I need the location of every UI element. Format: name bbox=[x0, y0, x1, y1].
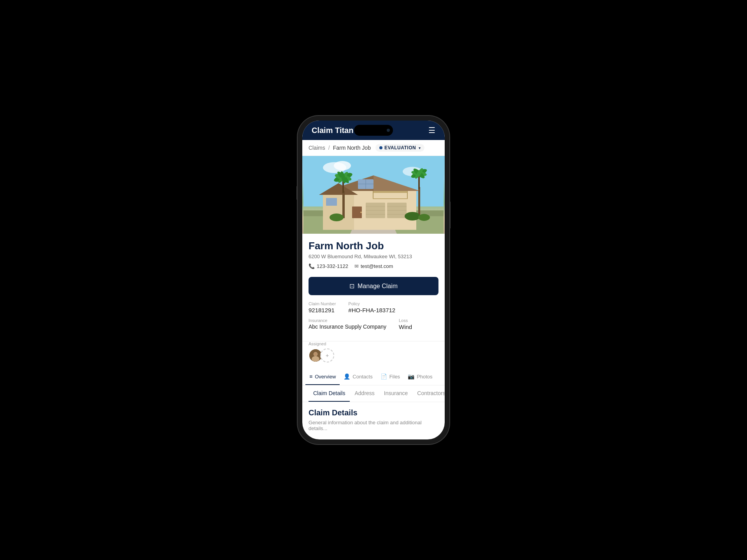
manage-claim-icon: ⊡ bbox=[349, 282, 354, 290]
overview-icon: ≡ bbox=[309, 373, 312, 380]
hamburger-icon[interactable]: ☰ bbox=[428, 126, 435, 135]
camera-dot bbox=[387, 129, 390, 132]
svg-point-41 bbox=[418, 214, 430, 221]
tab-files-label: Files bbox=[389, 374, 400, 380]
section-title: Claim Details bbox=[309, 408, 438, 417]
subtab-claim-details-label: Claim Details bbox=[313, 390, 345, 396]
loss-item: Loss Wind bbox=[399, 318, 412, 330]
svg-rect-43 bbox=[373, 191, 374, 199]
svg-point-49 bbox=[314, 352, 317, 356]
manage-claim-label: Manage Claim bbox=[358, 283, 398, 290]
phone-icon: 📞 bbox=[309, 263, 315, 269]
files-icon: 📄 bbox=[381, 373, 387, 380]
tab-overview[interactable]: ≡ Overview bbox=[305, 369, 340, 385]
app-title: Claim Titan bbox=[312, 126, 353, 135]
svg-rect-26 bbox=[342, 191, 345, 218]
loss-value: Wind bbox=[399, 324, 412, 330]
property-address: 6200 W Bluemound Rd, Milwaukee WI, 53213 bbox=[309, 254, 438, 259]
assigned-label: Assigned bbox=[309, 341, 438, 346]
section-content: Claim Details General information about … bbox=[302, 402, 445, 438]
insurance-loss-row: Insurance Abc Insurance Supply Company L… bbox=[309, 318, 438, 330]
tab-photos-label: Photos bbox=[417, 374, 432, 380]
claim-number-item: Claim Number 92181291 bbox=[309, 301, 336, 313]
photos-icon: 📷 bbox=[408, 373, 414, 380]
property-image bbox=[302, 156, 445, 234]
loss-label: Loss bbox=[399, 318, 412, 323]
property-name: Farm North Job bbox=[309, 240, 438, 252]
volume-button bbox=[296, 186, 298, 200]
contact-row: 📞 123-332-1122 ✉ test@test.com bbox=[309, 263, 438, 269]
subtab-address-label: Address bbox=[354, 390, 374, 396]
claim-policy-row: Claim Number 92181291 Policy #HO-FHA-183… bbox=[309, 301, 438, 313]
subtab-claim-details[interactable]: Claim Details bbox=[309, 385, 350, 402]
subtab-contractors[interactable]: Contractors bbox=[412, 385, 445, 402]
svg-point-48 bbox=[312, 356, 319, 362]
svg-point-39 bbox=[330, 214, 344, 221]
section-description: General information about the claim and … bbox=[309, 420, 438, 431]
contacts-icon: 👤 bbox=[344, 373, 350, 380]
power-button bbox=[449, 201, 451, 229]
svg-point-2 bbox=[334, 161, 351, 170]
breadcrumb-claims[interactable]: Claims bbox=[309, 145, 325, 151]
svg-rect-44 bbox=[407, 191, 408, 199]
claim-number-value: 92181291 bbox=[309, 307, 336, 313]
assigned-section: Assigned + bbox=[302, 341, 445, 369]
policy-label: Policy bbox=[348, 301, 395, 306]
breadcrumb-current: Farm North Job bbox=[333, 145, 371, 151]
scroll-content[interactable]: Farm North Job 6200 W Bluemound Rd, Milw… bbox=[302, 156, 445, 439]
avatar-row: + bbox=[309, 348, 438, 362]
breadcrumb-separator: / bbox=[328, 145, 330, 151]
subtab-contractors-label: Contractors bbox=[417, 390, 445, 396]
sub-tabs: Claim Details Address Insurance Contract… bbox=[302, 385, 445, 402]
status-dot bbox=[379, 146, 382, 149]
policy-value: #HO-FHA-183712 bbox=[348, 307, 395, 313]
policy-item: Policy #HO-FHA-183712 bbox=[348, 301, 395, 313]
subtab-insurance[interactable]: Insurance bbox=[379, 385, 412, 402]
tab-files[interactable]: 📄 Files bbox=[377, 369, 404, 385]
svg-rect-42 bbox=[373, 191, 408, 193]
tab-overview-label: Overview bbox=[315, 374, 336, 380]
phone-screen: Claim Titan ☰ Claims / Farm North Job EV… bbox=[302, 121, 445, 439]
phone-number: 123-332-1122 bbox=[317, 263, 348, 269]
tab-contacts[interactable]: 👤 Contacts bbox=[340, 369, 376, 385]
breadcrumb: Claims / Farm North Job EVALUATION ▾ bbox=[302, 140, 445, 156]
svg-point-40 bbox=[405, 212, 420, 220]
add-assignee-icon: + bbox=[326, 352, 329, 359]
insurance-item: Insurance Abc Insurance Supply Company bbox=[309, 318, 386, 330]
email-address: test@test.com bbox=[361, 263, 393, 269]
status-bar: Claim Titan ☰ bbox=[302, 121, 445, 140]
phone-frame: Claim Titan ☰ Claims / Farm North Job EV… bbox=[298, 116, 449, 444]
tab-photos[interactable]: 📷 Photos bbox=[404, 369, 436, 385]
manage-claim-button[interactable]: ⊡ Manage Claim bbox=[309, 277, 438, 295]
insurance-value: Abc Insurance Supply Company bbox=[309, 324, 386, 330]
subtab-insurance-label: Insurance bbox=[384, 390, 408, 396]
svg-rect-25 bbox=[326, 198, 337, 206]
subtab-address[interactable]: Address bbox=[350, 385, 379, 402]
claim-info: Claim Number 92181291 Policy #HO-FHA-183… bbox=[302, 301, 445, 341]
status-badge[interactable]: EVALUATION ▾ bbox=[375, 144, 424, 152]
insurance-label: Insurance bbox=[309, 318, 386, 323]
status-label: EVALUATION bbox=[384, 145, 416, 150]
phone-contact: 📞 123-332-1122 bbox=[309, 263, 348, 269]
claim-number-label: Claim Number bbox=[309, 301, 336, 306]
email-icon: ✉ bbox=[354, 263, 359, 269]
email-contact: ✉ test@test.com bbox=[354, 263, 393, 269]
nav-tabs: ≡ Overview 👤 Contacts 📄 Files 📷 Photos bbox=[302, 369, 445, 385]
svg-point-24 bbox=[360, 212, 362, 213]
svg-rect-33 bbox=[418, 187, 420, 216]
chevron-down-icon: ▾ bbox=[419, 146, 421, 150]
dynamic-island bbox=[354, 125, 393, 136]
property-info: Farm North Job 6200 W Bluemound Rd, Milw… bbox=[302, 234, 445, 277]
add-assignee-button[interactable]: + bbox=[320, 348, 334, 362]
tab-contacts-label: Contacts bbox=[352, 374, 372, 380]
